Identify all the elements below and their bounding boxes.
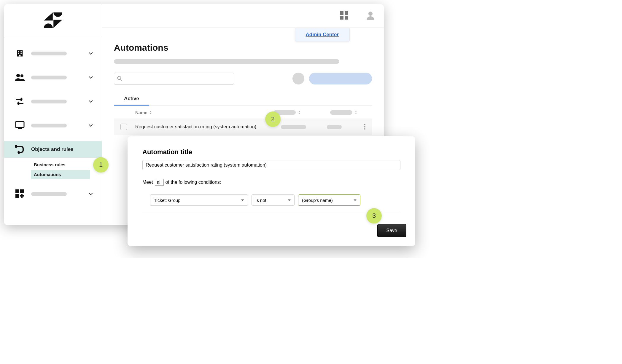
subsection-automations[interactable]: Automations: [31, 170, 90, 179]
condition-operator-select[interactable]: Is not: [252, 194, 295, 206]
row-checkbox[interactable]: [120, 124, 127, 130]
routes-icon: [15, 144, 25, 155]
column-name-header[interactable]: Name: [135, 110, 152, 115]
page-title: Automations: [114, 43, 372, 53]
chevron-down-icon: [89, 191, 93, 197]
search-input[interactable]: [114, 73, 234, 84]
sidebar-item-channels[interactable]: [4, 93, 102, 110]
cell-placeholder: [327, 125, 342, 129]
svg-point-6: [16, 74, 20, 77]
subtitle-placeholder: [114, 59, 339, 64]
condition-field-select[interactable]: Ticket: Group: [150, 194, 248, 206]
svg-rect-10: [15, 145, 17, 148]
svg-rect-3: [18, 53, 19, 54]
sidebar-items: Objects and rules Business rules Automat…: [4, 36, 102, 210]
chevron-down-icon: [89, 51, 93, 56]
svg-line-20: [120, 79, 122, 81]
row-menu-button[interactable]: [362, 122, 367, 131]
svg-point-18: [368, 12, 373, 16]
arrows-icon: [15, 96, 25, 107]
svg-rect-4: [20, 53, 22, 54]
admin-center-tooltip: Admin Center: [295, 28, 350, 41]
sidebar-item-account[interactable]: [4, 45, 102, 62]
admin-center-link[interactable]: Admin Center: [306, 32, 339, 37]
sidebar-subsection: Business rules Automations: [4, 160, 102, 179]
svg-point-19: [118, 76, 121, 80]
chevron-down-icon: [89, 75, 93, 80]
sidebar-item-placeholder: [31, 52, 67, 55]
user-avatar-icon[interactable]: [366, 11, 375, 21]
svg-rect-16: [340, 16, 343, 20]
save-button[interactable]: Save: [377, 224, 406, 237]
chevron-down-icon: [89, 123, 93, 128]
sidebar-item-placeholder: [31, 192, 67, 196]
table-row[interactable]: Request customer satisfaction rating (sy…: [114, 119, 372, 135]
sort-icon: [298, 111, 300, 114]
svg-rect-9: [18, 128, 22, 129]
chevron-down-icon: [241, 199, 244, 201]
apps-add-icon: [15, 189, 25, 199]
condition-value-select[interactable]: (Group's name): [298, 194, 360, 206]
cell-placeholder: [281, 125, 306, 129]
automation-name-link[interactable]: Request customer satisfaction rating (sy…: [135, 124, 256, 130]
toolbar-circle-placeholder: [292, 73, 304, 84]
table-header: Name: [114, 106, 372, 119]
svg-rect-13: [15, 194, 19, 198]
condition-mode-select[interactable]: all: [155, 179, 164, 186]
automation-title-input[interactable]: [142, 160, 400, 170]
svg-rect-17: [345, 16, 348, 20]
sidebar-item-placeholder: [31, 100, 67, 103]
chevron-down-icon: [89, 99, 93, 104]
toolbar-button-placeholder[interactable]: [309, 73, 372, 84]
sidebar-item-people[interactable]: [4, 69, 102, 86]
toolbar: [114, 73, 372, 84]
svg-rect-2: [20, 51, 22, 52]
svg-rect-14: [340, 11, 343, 15]
step-badge-1: 1: [93, 157, 109, 173]
svg-rect-8: [16, 122, 24, 127]
sidebar-item-apps[interactable]: [4, 186, 102, 202]
sidebar: Objects and rules Business rules Automat…: [4, 4, 102, 225]
tab-active[interactable]: Active: [114, 93, 149, 106]
svg-rect-12: [20, 189, 24, 193]
svg-rect-11: [15, 189, 19, 193]
sidebar-item-workspaces[interactable]: [4, 117, 102, 134]
zendesk-logo-icon: [44, 12, 62, 28]
svg-rect-15: [345, 11, 348, 15]
search-icon: [117, 76, 123, 81]
condition-label: Meet all of the following conditions:: [142, 179, 400, 186]
sort-icon: [355, 111, 357, 114]
subsection-business-rules[interactable]: Business rules: [31, 160, 102, 169]
column-placeholder: [330, 110, 352, 115]
monitor-icon: [15, 120, 25, 131]
condition-row: Ticket: Group Is not (Group's name): [142, 194, 400, 212]
step-badge-3: 3: [366, 208, 382, 223]
svg-rect-1: [18, 51, 19, 52]
top-bar: [102, 4, 384, 28]
content-area: Automations Active Name: [102, 28, 384, 135]
step-badge-2: 2: [265, 111, 281, 127]
automation-edit-dialog: Automation title Meet all of the followi…: [128, 136, 415, 246]
chevron-down-icon: [288, 199, 291, 201]
sidebar-item-placeholder: [31, 124, 67, 127]
sidebar-item-objects-rules[interactable]: Objects and rules: [4, 141, 102, 158]
logo-section: [4, 4, 102, 36]
sidebar-item-label: Objects and rules: [31, 146, 74, 152]
sidebar-item-placeholder: [31, 76, 67, 79]
chevron-down-icon: [354, 199, 357, 201]
tab-bar: Active: [114, 93, 372, 106]
sort-icon: [149, 111, 152, 114]
svg-rect-5: [19, 55, 21, 57]
apps-grid-icon[interactable]: [340, 11, 348, 21]
dialog-title: Automation title: [142, 148, 400, 156]
building-icon: [15, 48, 25, 59]
people-icon: [15, 72, 25, 83]
svg-point-7: [20, 74, 23, 77]
